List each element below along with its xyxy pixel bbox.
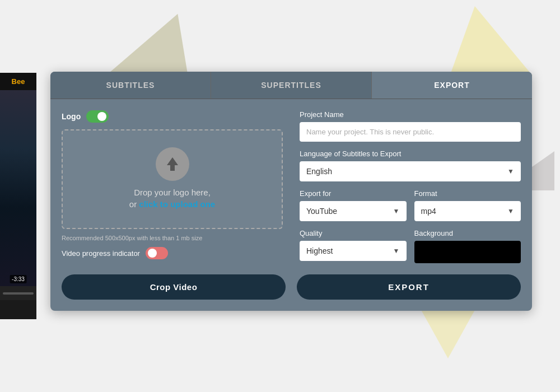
export-for-select[interactable]: YouTube Vimeo Custom [300,201,407,221]
drop-link-prefix: or [129,199,139,209]
right-column: Project Name Language of Subtitles to Ex… [300,110,521,263]
drop-link-row: or click to upload one [74,199,270,209]
tab-export[interactable]: EXPORT [372,72,532,99]
language-label: Language of Subtitles to Export [300,150,521,158]
export-for-field: Export for YouTube Vimeo Custom ▼ [300,189,407,221]
export-format-row: Export for YouTube Vimeo Custom ▼ Format [300,189,521,221]
format-select[interactable]: mp4 mov avi webm [414,201,521,221]
project-name-label: Project Name [300,110,521,119]
video-timer: -3:33 [10,275,27,283]
progress-indicator-label: Video progress indicator [62,249,140,258]
export-for-select-wrapper: YouTube Vimeo Custom ▼ [300,201,407,221]
video-thumbnail: -3:33 [0,90,36,286]
project-name-field: Project Name [300,110,521,150]
video-title: Bee [0,73,36,90]
progress-row: Video progress indicator [62,247,283,259]
background-label: Background [414,229,521,237]
upload-icon [156,147,189,181]
progress-track [3,292,34,295]
quality-field: Quality Highest High Medium Low ▼ [300,229,407,263]
dialog-body: Logo Drop your logo here, or click to up… [50,99,532,274]
logo-toggle-slider [86,110,109,123]
tab-subtitles[interactable]: SUBTITLES [50,72,211,99]
video-panel: Bee -3:33 [0,73,36,319]
progress-toggle-slider [146,247,168,259]
format-field: Format mp4 mov avi webm ▼ [414,189,521,221]
progress-toggle[interactable] [146,247,168,259]
quality-label: Quality [300,229,407,237]
dialog-footer: Crop Video EXPORT [50,274,532,311]
background-field: Background [414,229,521,263]
format-label: Format [414,189,521,198]
language-select-wrapper: English Spanish French German Italian ▼ [300,161,521,181]
svg-marker-0 [167,157,178,171]
upload-arrow-svg [162,154,183,174]
language-field: Language of Subtitles to Export English … [300,150,521,181]
export-button[interactable]: EXPORT [297,274,521,300]
tab-supertitles[interactable]: SUPERTITLES [211,72,372,99]
recommended-text: Recommended 500x500px with less than 1 m… [62,235,283,241]
logo-toggle[interactable] [86,110,109,123]
quality-select-wrapper: Highest High Medium Low ▼ [300,241,407,261]
crop-video-button[interactable]: Crop Video [62,274,286,300]
export-for-label: Export for [300,189,407,198]
quality-background-row: Quality Highest High Medium Low ▼ Backgr… [300,229,521,263]
logo-drop-zone[interactable]: Drop your logo here, or click to upload … [62,129,283,229]
left-column: Logo Drop your logo here, or click to up… [62,110,283,263]
background-color-picker[interactable] [414,241,521,263]
drop-link[interactable]: click to upload one [139,199,215,209]
main-dialog: SUBTITLES SUPERTITLES EXPORT Logo Drop [50,72,532,311]
video-progress-bar[interactable] [0,286,36,300]
format-select-wrapper: mp4 mov avi webm ▼ [414,201,521,221]
project-name-input[interactable] [300,122,521,142]
language-select[interactable]: English Spanish French German Italian [300,161,521,181]
tab-bar: SUBTITLES SUPERTITLES EXPORT [50,72,532,99]
logo-row: Logo [62,110,283,123]
quality-select[interactable]: Highest High Medium Low [300,241,407,261]
drop-text: Drop your logo here, [74,188,270,197]
logo-label: Logo [62,112,81,121]
